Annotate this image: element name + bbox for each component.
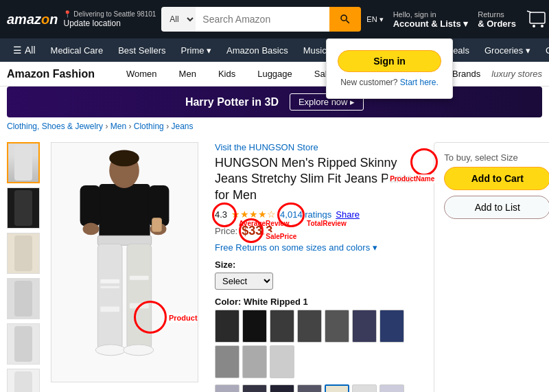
add-to-cart-button[interactable]: Add to Cart [444, 167, 549, 190]
product-details-panel: Visit the HUNGSON Store HUNGSON Men's Ri… [209, 142, 423, 392]
svg-rect-4 [99, 184, 150, 238]
delivery-line2: Update location [63, 19, 156, 30]
price-label: Price: [215, 226, 237, 236]
hp-banner-text: Harry Potter in 3D [185, 96, 279, 108]
svg-line-3 [527, 11, 531, 12]
swatch-16[interactable] [352, 384, 377, 392]
breadcrumb-clothing[interactable]: Clothing, Shoes & Jewelry [7, 122, 103, 131]
swatch-row-2 [215, 384, 417, 392]
signin-new-customer: New customer? Start here. [340, 78, 439, 87]
swatch-17[interactable] [379, 384, 404, 392]
thumbnail-6[interactable] [7, 369, 40, 392]
search-category-select[interactable]: All [161, 7, 196, 32]
delivery-line1: Delivering to Seattle 98101 [73, 10, 156, 18]
size-select[interactable]: Select [215, 273, 273, 290]
nav-item-bestsellers[interactable]: Best Sellers [112, 42, 172, 59]
svg-rect-21 [152, 218, 162, 232]
svg-point-2 [541, 25, 544, 27]
luxury-stores-button[interactable]: luxury stores [491, 69, 542, 79]
fashion-nav-women[interactable]: Women [115, 63, 168, 84]
avg-rating: 4.3 AverageReview [215, 209, 227, 220]
add-to-list-button[interactable]: Add to List [444, 196, 549, 219]
swatch-7[interactable] [379, 310, 404, 343]
search-icon [339, 13, 351, 25]
cart-icon [526, 10, 549, 29]
nav-bar: ☰ All Medical Care Best Sellers Prime ▾ … [0, 38, 549, 62]
orders-label: & Orders [478, 19, 516, 29]
breadcrumb-men[interactable]: Men [110, 122, 126, 131]
swatch-9[interactable] [242, 345, 267, 378]
hp-banner: Harry Potter in 3D Explore now ▸ [7, 87, 542, 117]
thumbnail-3[interactable] [7, 233, 40, 274]
fashion-nav-kids[interactable]: Kids [207, 63, 246, 84]
svg-rect-5 [80, 185, 101, 226]
nav-item-all[interactable]: ☰ All [7, 41, 42, 59]
svg-rect-16 [130, 303, 149, 308]
product-area: ProductImage Visit the HUNGSON Store HUN… [0, 135, 549, 392]
buy-box: To buy, select Size Add to Cart Add to L… [434, 142, 549, 392]
signin-popup-button[interactable]: Sign in [338, 50, 441, 72]
svg-point-17 [95, 345, 126, 356]
header: amazon 📍 Delivering to Seattle 98101 Upd… [0, 0, 549, 38]
swatch-10[interactable] [270, 345, 294, 378]
breadcrumb-jeans[interactable]: Jeans [171, 122, 193, 131]
thumbnail-2[interactable] [7, 187, 40, 229]
svg-rect-12 [100, 279, 119, 284]
language-flag-button[interactable]: EN ▾ [366, 15, 383, 24]
nav-item-medical[interactable]: Medical Care [45, 42, 110, 59]
svg-rect-14 [100, 306, 119, 312]
ratings-count-link[interactable]: 4,014 ratings TotalReview [280, 209, 331, 220]
store-link[interactable]: Visit the HUNGSON Store [215, 142, 417, 152]
product-name-label: ProductName [388, 174, 436, 183]
product-image-svg [51, 142, 198, 382]
swatch-row-1 [215, 310, 417, 378]
swatch-5[interactable] [325, 310, 349, 343]
nav-item-customer[interactable]: Customer Services [539, 42, 549, 59]
search-button[interactable] [329, 7, 361, 32]
swatch-11[interactable] [215, 384, 240, 392]
start-here-link[interactable]: Start here. [400, 78, 439, 87]
svg-rect-0 [530, 12, 545, 23]
amazon-logo[interactable]: amazon [7, 12, 58, 26]
total-review-label: TotalReview [305, 219, 349, 228]
search-input[interactable] [196, 7, 329, 32]
breadcrumb-clothing2[interactable]: Clothing [134, 122, 164, 131]
signin-popup: Sign in New customer? Start here. [326, 38, 453, 99]
stars-display: ★★★★☆ [231, 209, 276, 220]
returns-button[interactable]: Returns & Orders [478, 10, 516, 29]
fashion-nav-luggage[interactable]: Luggage [246, 63, 303, 84]
swatch-8[interactable] [215, 345, 240, 378]
account-greeting: Hello, sign in [393, 10, 436, 19]
free-returns-link[interactable]: Free Returns on some sizes and colors ▾ [215, 242, 417, 253]
swatch-2[interactable] [242, 310, 267, 343]
swatch-13[interactable] [270, 384, 294, 392]
color-value: White Ripped 1 [244, 297, 308, 307]
swatch-12[interactable] [242, 384, 267, 392]
swatch-14[interactable] [297, 384, 322, 392]
swatch-15-active[interactable] [325, 384, 349, 392]
buy-box-title: To buy, select Size [444, 152, 549, 163]
swatch-1[interactable] [215, 310, 240, 343]
returns-label: Returns [478, 10, 504, 19]
thumbnail-1[interactable] [7, 142, 40, 183]
color-label: Color: White Ripped 1 [215, 297, 417, 307]
cart-button[interactable]: 0 [526, 10, 549, 29]
nav-item-prime[interactable]: Prime ▾ [175, 42, 218, 59]
main-product-image[interactable]: ProductImage [51, 142, 198, 382]
breadcrumb: Clothing, Shoes & Jewelry › Men › Clothi… [0, 117, 549, 135]
thumbnail-4[interactable] [7, 278, 40, 319]
flag-label: EN ▾ [366, 15, 383, 23]
swatch-3[interactable] [270, 310, 294, 343]
share-link[interactable]: Share [336, 209, 360, 220]
nav-item-basics[interactable]: Amazon Basics [220, 42, 294, 59]
swatch-4[interactable] [297, 310, 322, 343]
fashion-nav-men[interactable]: Men [168, 63, 207, 84]
size-label: Size: [215, 260, 417, 270]
swatch-6[interactable] [352, 310, 377, 343]
nav-item-groceries[interactable]: Groceries ▾ [478, 42, 537, 59]
svg-point-8 [109, 150, 139, 167]
thumbnail-5[interactable] [7, 323, 40, 365]
delivery-info[interactable]: 📍 Delivering to Seattle 98101 Update loc… [63, 10, 156, 30]
account-button[interactable]: Hello, sign in Account & Lists ▾ [393, 10, 469, 29]
svg-point-18 [124, 345, 154, 356]
